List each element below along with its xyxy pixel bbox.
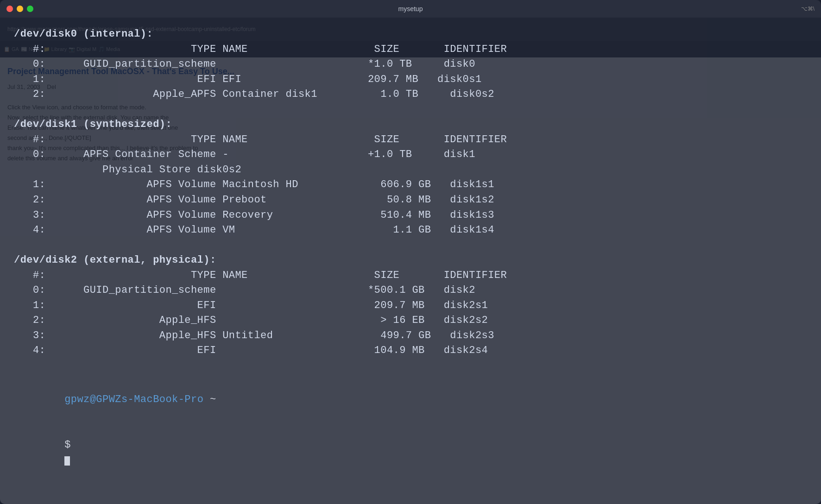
disk0-header: /dev/disk0 (internal): — [14, 27, 807, 42]
disk1-header: /dev/disk1 (synthesized): — [14, 117, 807, 132]
disk2-header: /dev/disk2 (external, physical): — [14, 253, 807, 268]
minimize-button[interactable] — [17, 6, 23, 12]
disk1-row-0: 0: APFS Container Scheme - +1.0 TB disk1 — [14, 147, 807, 163]
maximize-button[interactable] — [27, 6, 33, 12]
disk1-row-2: 2: APFS Volume Preboot 50.8 MB disk1s2 — [14, 193, 807, 208]
spacer-1 — [14, 102, 807, 118]
disk1-row-1: 1: APFS Volume Macintosh HD 606.9 GB dis… — [14, 177, 807, 193]
terminal-window: mysetup ⌥⌘\ https://www.macrumors.com/th… — [0, 0, 821, 504]
disk1-row-4: 4: APFS Volume VM 1.1 GB disk1s4 — [14, 223, 807, 238]
disk0-row-1: 1: EFI EFI 209.7 MB disk0s1 — [14, 72, 807, 88]
cursor — [64, 456, 70, 466]
prompt-dollar-line: $ — [14, 422, 807, 483]
spacer-2 — [14, 238, 807, 253]
prompt-user-host: gpwz@GPWZs-MacBook-Pro — [64, 394, 203, 405]
disk1-row-3: 3: APFS Volume Recovery 510.4 MB disk1s3 — [14, 208, 807, 223]
disk2-row-3: 3: Apple_HFS Untitled 499.7 GB disk2s3 — [14, 328, 807, 344]
shell-prompt: gpwz@GPWZs-MacBook-Pro ~ — [14, 378, 807, 423]
prompt-location: ~ — [210, 394, 216, 405]
close-button[interactable] — [6, 6, 13, 12]
disk1-row-0b: Physical Store disk0s2 — [14, 163, 807, 178]
kbd-icon: ⌥⌘\ — [801, 6, 815, 12]
titlebar: mysetup ⌥⌘\ — [0, 0, 821, 18]
disk2-columns: #: TYPE NAME SIZE IDENTIFIER — [14, 268, 807, 284]
disk2-row-2: 2: Apple_HFS > 16 EB disk2s2 — [14, 313, 807, 328]
disk0-columns: #: TYPE NAME SIZE IDENTIFIER — [14, 42, 807, 57]
terminal-content: /dev/disk0 (internal): #: TYPE NAME SIZE… — [14, 27, 807, 483]
terminal-body[interactable]: https://www.macrumors.com/threads/erase-… — [0, 18, 821, 504]
disk0-row-2: 2: Apple_APFS Container disk1 1.0 TB dis… — [14, 87, 807, 102]
prompt-space — [203, 394, 210, 405]
disk2-row-4: 4: EFI 104.9 MB disk2s4 — [14, 343, 807, 359]
traffic-lights — [6, 6, 33, 12]
disk2-row-1: 1: EFI 209.7 MB disk2s1 — [14, 298, 807, 314]
disk0-row-0: 0: GUID_partition_scheme *1.0 TB disk0 — [14, 57, 807, 72]
prompt-dollar: $ — [64, 439, 71, 451]
window-title: mysetup — [398, 5, 423, 13]
disk2-row-0: 0: GUID_partition_scheme *500.1 GB disk2 — [14, 283, 807, 298]
spacer-3 — [14, 359, 807, 374]
disk1-columns: #: TYPE NAME SIZE IDENTIFIER — [14, 132, 807, 148]
